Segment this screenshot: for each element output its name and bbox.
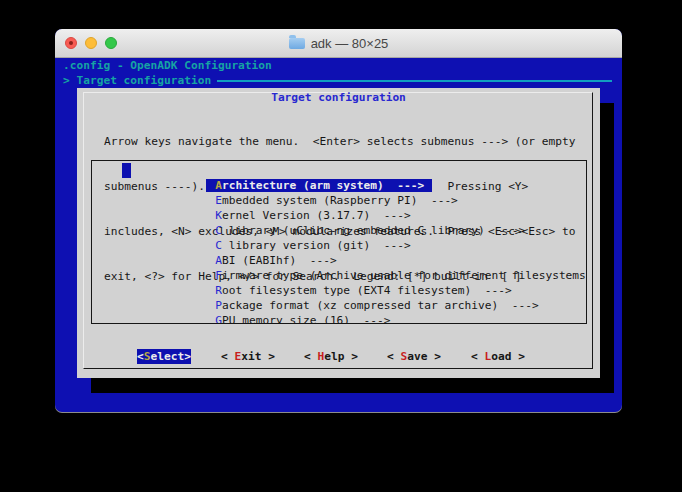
minimize-button[interactable] <box>85 37 97 49</box>
menu-item-label: GPU memory size (16) ---> <box>215 314 390 324</box>
terminal-window: adk — 80×25 .config - OpenADK Configurat… <box>55 29 622 412</box>
exit-button[interactable]: < Exit > <box>221 349 275 364</box>
cursor-block <box>122 163 131 178</box>
instruction-line: Arrow keys navigate the menu. <Enter> se… <box>104 134 575 149</box>
breadcrumb: > Target configuration <box>63 73 211 88</box>
select-button[interactable]: <Select> <box>137 349 191 364</box>
menu-item-package-format[interactable]: Package format (xz compressed tar archiv… <box>92 283 586 298</box>
menu-item-firmware-type[interactable]: Firmware type (Archive usable for differ… <box>92 253 586 268</box>
terminal-screen: .config - OpenADK Configuration > Target… <box>55 57 622 412</box>
help-button[interactable]: < Help > <box>304 349 358 364</box>
menu-item-kernel-version[interactable]: Kernel Version (3.17.7) ---> <box>92 193 586 208</box>
menu-item-architecture[interactable]: Architecture (arm system) ---> <box>92 163 586 178</box>
menu-item-c-library-version[interactable]: C library version (git) ---> <box>92 223 586 238</box>
breadcrumb-rule <box>217 80 612 88</box>
zoom-button[interactable] <box>105 37 117 49</box>
menu-list: Architecture (arm system) ---> Embedded … <box>91 160 587 324</box>
close-button[interactable] <box>65 37 77 49</box>
menu-item-gpu-memory-size[interactable]: GPU memory size (16) ---> <box>92 298 586 313</box>
window-titlebar: adk — 80×25 <box>55 29 622 58</box>
menu-item-embedded-system[interactable]: Embedded system (Raspberry PI) ---> <box>92 178 586 193</box>
config-header: .config - OpenADK Configuration <box>63 58 272 73</box>
menu-item-c-library[interactable]: C library (uClibc-ng embedded C library)… <box>92 208 586 223</box>
traffic-lights <box>65 37 117 49</box>
window-title-text: adk — 80×25 <box>311 36 389 51</box>
dialog-title: Target configuration <box>77 90 600 105</box>
breadcrumb-line: > Target configuration <box>63 73 614 88</box>
menu-item-root-filesystem-type[interactable]: Root filesystem type (EXT4 filesystem) -… <box>92 268 586 283</box>
menu-item-abi[interactable]: ABI (EABIhf) ---> <box>92 238 586 253</box>
save-button[interactable]: < Save > <box>387 349 441 364</box>
folder-icon <box>289 38 305 49</box>
target-configuration-dialog: Target configuration Arrow keys navigate… <box>77 88 600 378</box>
load-button[interactable]: < Load > <box>471 349 525 364</box>
window-title: adk — 80×25 <box>289 36 389 51</box>
